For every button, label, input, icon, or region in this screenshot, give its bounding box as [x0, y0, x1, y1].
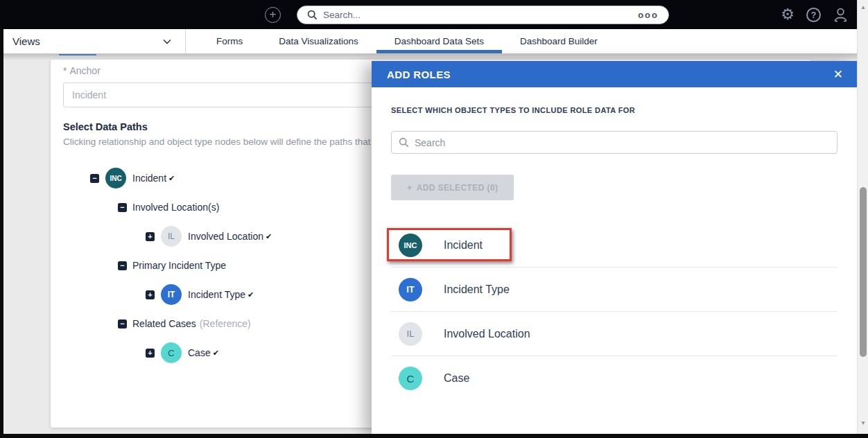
object-badge-incident: INC — [399, 234, 422, 257]
collapse-toggle-icon[interactable]: − — [90, 174, 99, 183]
tree-node-label: Incident — [132, 173, 166, 184]
collapse-toggle-icon[interactable]: − — [118, 261, 127, 270]
modal-title: ADD ROLES — [387, 69, 451, 80]
list-item-label: Incident — [444, 239, 483, 252]
expand-toggle-icon[interactable]: + — [146, 349, 155, 358]
user-profile-icon[interactable] — [833, 7, 849, 23]
object-badge-incident-type: IT — [161, 284, 182, 305]
modal-search[interactable] — [391, 131, 837, 154]
list-item-case[interactable]: C Case — [391, 356, 837, 401]
list-item-incident[interactable]: INC Incident — [391, 223, 837, 268]
tree-node-label: Involved Location(s) — [132, 202, 219, 213]
tree-node-label: Incident Type — [188, 289, 245, 300]
add-selected-button[interactable]: +ADD SELECTED (0) — [391, 175, 514, 200]
object-type-list: INC Incident IT Incident Type IL Involve… — [391, 223, 837, 401]
required-asterisk: * — [63, 65, 67, 76]
modal-header: ADD ROLES ✕ — [372, 61, 857, 87]
views-dropdown[interactable]: Views — [0, 29, 186, 53]
scrollbar-thumb[interactable] — [860, 187, 867, 357]
object-badge-involved-location: IL — [399, 322, 422, 346]
tree-node-label: Related Cases — [132, 318, 196, 329]
search-icon — [399, 137, 409, 148]
object-badge-incident: INC — [105, 168, 126, 189]
collapse-toggle-icon[interactable]: − — [118, 203, 127, 212]
selected-check-icon: ✔ — [266, 232, 272, 241]
scroll-up-icon[interactable]: ▲ — [858, 4, 868, 10]
object-badge-case: C — [161, 342, 182, 363]
search-icon — [307, 10, 318, 20]
tab-dashboard-builder[interactable]: Dashboard Builder — [502, 29, 616, 53]
selected-check-icon: ✔ — [213, 349, 219, 358]
top-bar: + ooo ⚙ ? — [0, 0, 868, 29]
window-border-bottom — [0, 434, 868, 438]
object-badge-incident-type: IT — [399, 278, 422, 301]
list-item-label: Incident Type — [444, 283, 510, 296]
collapse-toggle-icon[interactable]: − — [118, 319, 127, 328]
tab-data-visualizations[interactable]: Data Visualizations — [261, 29, 376, 53]
search-overflow-icon[interactable]: ooo — [638, 10, 659, 20]
chevron-down-icon — [163, 39, 171, 44]
nav-bar: Views Forms Data Visualizations Dashboar… — [0, 29, 868, 54]
app-window: + ooo ⚙ ? Views — [0, 0, 868, 438]
tree-node-label: Primary Incident Type — [132, 260, 226, 271]
tab-dashboard-data-sets[interactable]: Dashboard Data Sets — [376, 29, 502, 53]
tree-node-label: Involved Location — [188, 231, 263, 242]
object-badge-case: C — [399, 367, 422, 390]
modal-search-input[interactable] — [415, 137, 830, 148]
window-border-left — [0, 29, 3, 438]
nav-tabs: Forms Data Visualizations Dashboard Data… — [198, 29, 616, 53]
help-icon[interactable]: ? — [806, 8, 821, 22]
expand-toggle-icon[interactable]: + — [146, 290, 155, 299]
expand-toggle-icon[interactable]: + — [146, 232, 155, 241]
list-item-involved-location[interactable]: IL Involved Location — [391, 312, 837, 356]
list-item-incident-type[interactable]: IT Incident Type — [391, 268, 837, 312]
add-roles-modal: ADD ROLES ✕ SELECT WHICH OBJECT TYPES TO… — [372, 61, 857, 434]
reference-suffix: (Reference) — [200, 318, 251, 329]
create-icon[interactable]: + — [265, 7, 281, 23]
object-badge-involved-location: IL — [161, 226, 182, 247]
tree-node-label: Case — [188, 347, 211, 358]
settings-gear-icon[interactable]: ⚙ — [781, 7, 795, 22]
modal-instruction: SELECT WHICH OBJECT TYPES TO INCLUDE ROL… — [391, 106, 837, 114]
list-item-label: Case — [444, 372, 469, 385]
vertical-scrollbar[interactable]: ▲ ▼ — [857, 0, 868, 434]
topbar-icons: ⚙ ? — [781, 0, 849, 29]
modal-body: SELECT WHICH OBJECT TYPES TO INCLUDE ROL… — [372, 87, 857, 401]
plus-icon: + — [407, 182, 413, 193]
list-item-label: Involved Location — [444, 328, 530, 340]
selected-check-icon: ✔ — [168, 174, 175, 183]
close-icon[interactable]: ✕ — [833, 69, 843, 80]
global-search[interactable]: ooo — [297, 6, 669, 24]
selected-check-icon: ✔ — [248, 290, 254, 299]
global-search-input[interactable] — [323, 10, 638, 20]
views-dropdown-label: Views — [12, 35, 40, 47]
tab-forms[interactable]: Forms — [198, 29, 261, 53]
scroll-down-icon[interactable]: ▼ — [858, 420, 868, 426]
